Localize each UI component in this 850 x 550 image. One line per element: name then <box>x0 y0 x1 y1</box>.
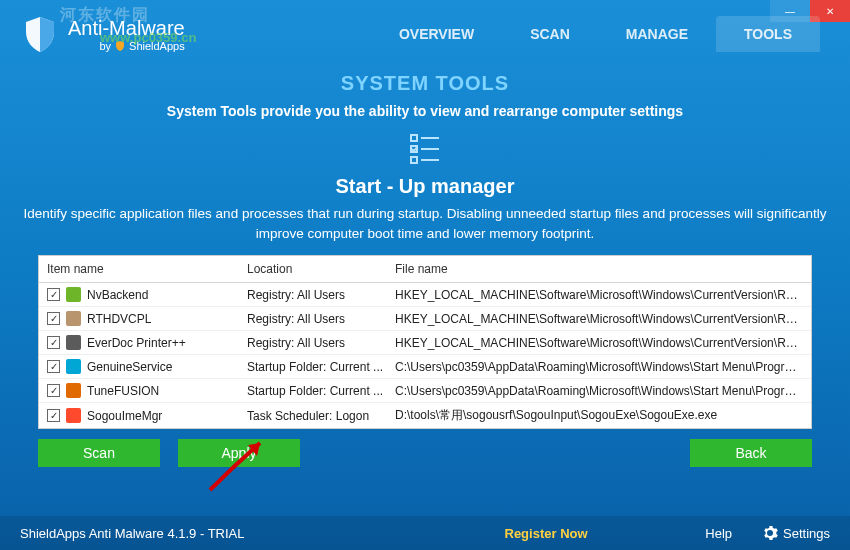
scan-button[interactable]: Scan <box>38 439 160 467</box>
checkbox[interactable]: ✓ <box>47 409 60 422</box>
action-buttons: Scan Apply Back <box>0 429 850 467</box>
status-text: ShieldApps Anti Malware 4.1.9 - TRIAL <box>20 526 245 541</box>
tab-scan[interactable]: SCAN <box>502 16 598 52</box>
tab-tools[interactable]: TOOLS <box>716 16 820 52</box>
checkbox[interactable]: ✓ <box>47 384 60 397</box>
col-location[interactable]: Location <box>247 262 395 276</box>
item-name: SogouImeMgr <box>87 409 162 423</box>
item-name: EverDoc Printer++ <box>87 336 186 350</box>
item-name: RTHDVCPL <box>87 312 151 326</box>
checkbox[interactable]: ✓ <box>47 360 60 373</box>
app-icon <box>66 408 81 423</box>
item-location: Startup Folder: Current ... <box>247 360 395 374</box>
section-subtitle: System Tools provide you the ability to … <box>0 103 850 119</box>
checklist-icon <box>407 131 443 167</box>
back-button[interactable]: Back <box>690 439 812 467</box>
item-file: HKEY_LOCAL_MACHINE\Software\Microsoft\Wi… <box>395 288 803 302</box>
footer-bar: ShieldApps Anti Malware 4.1.9 - TRIAL Re… <box>0 516 850 550</box>
settings-link[interactable]: Settings <box>762 525 830 541</box>
settings-label: Settings <box>783 526 830 541</box>
svg-rect-0 <box>411 135 417 141</box>
item-name: GenuineService <box>87 360 172 374</box>
feature-description: Identify specific application files and … <box>0 204 850 243</box>
table-header: Item name Location File name <box>39 256 811 283</box>
col-item-name[interactable]: Item name <box>47 262 247 276</box>
table-row[interactable]: ✓TuneFUSIONStartup Folder: Current ...C:… <box>39 379 811 403</box>
apply-button[interactable]: Apply <box>178 439 300 467</box>
app-icon <box>66 383 81 398</box>
gear-icon <box>762 525 778 541</box>
table-row[interactable]: ✓EverDoc Printer++Registry: All UsersHKE… <box>39 331 811 355</box>
help-link[interactable]: Help <box>705 526 732 541</box>
app-icon <box>66 359 81 374</box>
checkbox[interactable]: ✓ <box>47 336 60 349</box>
shield-icon <box>20 14 60 54</box>
register-link[interactable]: Register Now <box>505 526 588 541</box>
item-file: D:\tools\常用\sogousrf\SogouInput\SogouExe… <box>395 407 803 424</box>
section-title: SYSTEM TOOLS <box>0 72 850 95</box>
app-icon <box>66 287 81 302</box>
item-file: HKEY_LOCAL_MACHINE\Software\Microsoft\Wi… <box>395 312 803 326</box>
table-row[interactable]: ✓NvBackendRegistry: All UsersHKEY_LOCAL_… <box>39 283 811 307</box>
item-file: C:\Users\pc0359\AppData\Roaming\Microsof… <box>395 360 803 374</box>
tab-manage[interactable]: MANAGE <box>598 16 716 52</box>
table-row[interactable]: ✓SogouImeMgrTask Scheduler: LogonD:\tool… <box>39 403 811 428</box>
app-icon <box>66 335 81 350</box>
checkbox[interactable]: ✓ <box>47 288 60 301</box>
feature-icon-wrap <box>0 131 850 167</box>
startup-table: Item name Location File name ✓NvBackendR… <box>38 255 812 429</box>
item-location: Registry: All Users <box>247 312 395 326</box>
app-icon <box>66 311 81 326</box>
main-tabs: OVERVIEW SCAN MANAGE TOOLS <box>371 16 820 52</box>
item-location: Startup Folder: Current ... <box>247 384 395 398</box>
checkbox[interactable]: ✓ <box>47 312 60 325</box>
item-location: Task Scheduler: Logon <box>247 409 395 423</box>
tab-overview[interactable]: OVERVIEW <box>371 16 502 52</box>
item-file: C:\Users\pc0359\AppData\Roaming\Microsof… <box>395 384 803 398</box>
item-location: Registry: All Users <box>247 336 395 350</box>
table-row[interactable]: ✓RTHDVCPLRegistry: All UsersHKEY_LOCAL_M… <box>39 307 811 331</box>
col-file-name[interactable]: File name <box>395 262 803 276</box>
site-watermark: 河东软件园 <box>60 5 150 26</box>
item-file: HKEY_LOCAL_MACHINE\Software\Microsoft\Wi… <box>395 336 803 350</box>
table-row[interactable]: ✓GenuineServiceStartup Folder: Current .… <box>39 355 811 379</box>
svg-rect-4 <box>411 157 417 163</box>
item-name: TuneFUSION <box>87 384 159 398</box>
item-name: NvBackend <box>87 288 148 302</box>
feature-title: Start - Up manager <box>0 175 850 198</box>
item-location: Registry: All Users <box>247 288 395 302</box>
site-watermark-url: www.pc0359.cn <box>100 30 196 45</box>
